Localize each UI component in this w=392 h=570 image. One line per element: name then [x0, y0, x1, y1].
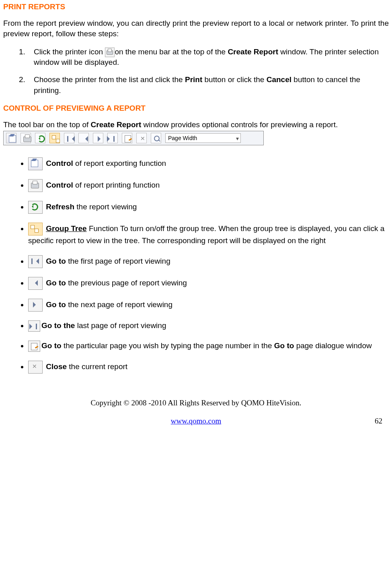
p2-a: The tool bar on the top of [3, 120, 91, 129]
b10-bold: Close [46, 362, 67, 371]
heading-control-preview: CONTROL OF PREVIEWING A REPORT [3, 103, 389, 114]
grouptree-icon [28, 223, 43, 235]
bullet-goto: Go to the particular page you wish by ty… [28, 341, 389, 352]
b4-bold: Group Tree [46, 224, 86, 233]
b9-txt1: the particular page you wish by typing t… [62, 341, 274, 350]
step-2-text-b: button or click the [202, 75, 266, 84]
b7-bold: Go to [46, 300, 66, 309]
bullet-prev: Go to the previous page of report viewin… [28, 277, 389, 290]
next-page-icon [28, 299, 43, 312]
close-icon [28, 361, 43, 374]
b10-txt: the current report [67, 362, 127, 371]
tb-print-icon [21, 133, 31, 143]
b6-bold: Go to [46, 279, 66, 287]
heading-print-reports: PRINT REPORTS [3, 2, 389, 12]
prev-page-icon [28, 277, 43, 290]
b9-txt2: page dialogue window [294, 341, 371, 350]
icon-descriptions: Control of report exporting function Con… [3, 157, 389, 374]
tb-goto-icon [122, 133, 132, 143]
tb-last-icon [107, 133, 118, 143]
bullet-refresh: Refresh the report viewing [28, 201, 389, 214]
toolbar-paragraph: The tool bar on the top of Create Report… [3, 120, 389, 130]
b3-txt: the report viewing [74, 202, 137, 211]
tb-search-icon [151, 133, 161, 143]
tb-export-icon [6, 133, 16, 143]
b9-bold1: Go to [41, 341, 62, 350]
tb-prev-icon [78, 133, 89, 143]
steps-list: Click the printer icon on the menu bar a… [3, 47, 389, 96]
b7-txt: the next page of report viewing [66, 300, 172, 309]
b3-bold: Refresh [46, 202, 74, 211]
printer-icon [105, 48, 115, 57]
step-2-text-a: Choose the printer from the list and cli… [34, 75, 185, 84]
step-2: Choose the printer from the list and cli… [27, 74, 389, 96]
bullet-grouptree: Group Tree Function To turn on/off the g… [28, 223, 389, 246]
bullet-export: Control of report exporting function [28, 157, 389, 170]
first-page-icon [28, 255, 43, 268]
tb-grouptree-icon [49, 133, 60, 143]
p2-bold: Create Report [91, 120, 142, 129]
b9-bold2: Go to [274, 341, 294, 350]
step-1-text-a: Click the printer icon [34, 48, 105, 56]
refresh-icon [28, 201, 43, 214]
create-report-bold: Create Report [228, 48, 278, 56]
last-page-icon [28, 320, 40, 332]
step-1: Click the printer icon on the menu bar a… [27, 47, 389, 68]
b1-txt: of report exporting function [73, 159, 166, 167]
b2-txt: of report printing function [73, 181, 160, 189]
bullet-last: Go to the last page of report viewing [28, 320, 389, 332]
tb-first-icon [64, 133, 74, 143]
print-icon [28, 179, 43, 192]
intro-paragraph: From the report preview window, you can … [3, 18, 389, 39]
bullet-close: Close the current report [28, 361, 389, 374]
goto-page-icon [28, 341, 40, 352]
tb-close-icon [136, 133, 147, 143]
b8-txt: last page of report viewing [75, 321, 166, 330]
tb-refresh-icon [35, 133, 45, 143]
tb-next-icon [93, 133, 103, 143]
bullet-first: Go to the first page of report viewing [28, 255, 389, 268]
b8-bold: Go to the [41, 321, 75, 330]
footer-url[interactable]: www.qomo.com [171, 417, 221, 425]
b5-txt: the first page of report viewing [66, 257, 170, 265]
bullet-print: Control of report printing function [28, 179, 389, 192]
page-number: 62 [375, 416, 382, 427]
b1-bold: Control [46, 159, 73, 167]
print-bold: Print [185, 75, 202, 84]
tb-zoom-select: Page Width [165, 133, 241, 143]
b5-bold: Go to [46, 257, 66, 265]
bullet-next: Go to the next page of report viewing [28, 299, 389, 312]
b2-bold: Control [46, 181, 73, 189]
b6-txt: the previous page of report viewing [66, 279, 187, 287]
footer-copyright: Copyright © 2008 -2010 All Rights Reserv… [3, 398, 389, 409]
toolbar-screenshot: Page Width [3, 131, 264, 145]
p2-b: window provides optional controls for pr… [141, 120, 338, 129]
cancel-bold: Cancel [267, 75, 291, 84]
step-1-text-b: on the menu bar at the top of the [115, 48, 228, 56]
export-icon [28, 157, 43, 170]
